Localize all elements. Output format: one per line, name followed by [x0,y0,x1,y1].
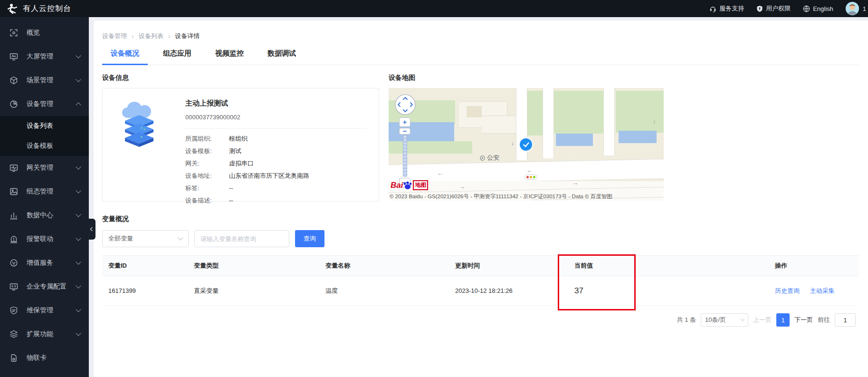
sidebar-item-scene-mgmt[interactable]: 场景管理 [0,68,89,92]
sidebar-item-alarm-linkage[interactable]: 报警联动 [0,227,89,251]
topbar: 有人云控制台 服务支持 用户权限 English 1 [0,0,868,17]
sidebar-item-device-list[interactable]: 设备列表 [0,116,89,136]
col-update-time: 更新时间 [449,261,568,270]
sidebar-item-device-mgmt[interactable]: 设备管理 [0,92,89,116]
breadcrumb-device-mgmt[interactable]: 设备管理 [102,32,127,40]
globe-icon [803,5,810,12]
tab-scada-app[interactable]: 组态应用 [154,49,200,65]
shield-icon [10,306,18,315]
service-support-menu[interactable]: 服务支持 [709,4,744,13]
map-park [527,91,543,135]
scene-cube-icon [10,76,18,85]
field-label: 网关: [185,159,229,168]
variable-search-input[interactable] [194,230,289,247]
cell-variable-id: 16171399 [102,287,188,294]
road-arrow-icon: ← [437,170,443,177]
sidebar-item-value-added[interactable]: 增值服务 [0,251,89,275]
sidebar-item-extension[interactable]: 扩展功能 [0,322,89,346]
zoom-slider-track[interactable] [403,135,407,177]
prev-page-button[interactable]: 上一页 [753,316,772,324]
active-collect-link[interactable]: 主动采集 [810,287,835,294]
tab-data-debug[interactable]: 数据调试 [259,49,305,65]
chevron-up-icon [76,102,81,107]
language-switch[interactable]: English [803,5,833,12]
road-arrow-icon: → [572,179,578,186]
goto-label: 前往 [818,316,830,324]
chevron-down-icon [76,53,81,58]
device-location-marker[interactable] [520,138,532,151]
map-road [603,88,615,155]
map-water [389,122,454,143]
road-arrow-icon: → [459,183,465,190]
username-text: 1 [863,5,866,12]
user-permission-menu[interactable]: 用户权限 [756,4,791,13]
layers-icon [10,330,18,338]
goto-page-input[interactable] [835,313,856,327]
shield-key-icon [756,5,763,12]
baidu-paw-icon [403,181,412,190]
overview-icon [10,29,18,37]
field-label: 设备描述: [185,196,229,205]
variables-table: 变量ID 变量类型 变量名称 更新时间 当前值 操作 16171399 直采变量… [102,255,858,306]
map-pan-control[interactable] [394,94,416,116]
map-copyright: © 2023 Baidu - GS(2021)6026号 - 甲测资字11111… [390,193,664,200]
device-info-title: 设备信息 [102,74,379,82]
page-1-button[interactable]: 1 [776,313,790,327]
device-mgmt-submenu: 设备列表 设备模板 [0,116,89,156]
col-variable-name: 变量名称 [319,261,449,270]
sidebar-item-overview[interactable]: 概览 [0,21,89,45]
user-avatar[interactable] [846,2,859,15]
sidebar-item-maintenance-mgmt[interactable]: 维保管理 [0,299,89,322]
field-value: 虚拟串口 [229,159,254,168]
zoom-slider-handle[interactable]: − [399,128,410,135]
field-label: 所属组织: [185,135,229,143]
breadcrumb-device-list[interactable]: 设备列表 [139,32,163,40]
sidebar-item-scada-mgmt[interactable]: 组态管理 [0,180,89,203]
chevron-down-icon [76,164,81,169]
col-actions: 操作 [769,261,787,270]
field-label: 设备地址: [185,172,229,180]
baidu-map[interactable]: ← ← → → ↑ ↓ 公安 [389,88,664,201]
device-stack-icon [114,99,166,191]
chevron-down-icon [76,235,81,241]
field-value: 山东省济南市历下区龙奥南路 [229,172,309,180]
tab-device-overview[interactable]: 设备概况 [102,49,148,65]
query-button[interactable]: 查询 [295,230,324,247]
sidebar-item-iot-card[interactable]: 物联卡 [0,346,89,370]
history-query-link[interactable]: 历史查询 [775,287,800,294]
chevron-down-icon [76,330,81,336]
road-arrow-icon: ↓ [511,139,515,146]
device-name: 主动上报测试 [185,99,367,108]
sidebar-item-gateway-mgmt[interactable]: 网关管理 [0,156,89,180]
chevron-down-icon [76,283,81,288]
sidebar-item-device-template[interactable]: 设备模板 [0,136,89,156]
map-park [389,141,472,154]
map-road [543,88,554,158]
col-variable-id: 变量ID [102,261,188,270]
tab-video-monitor[interactable]: 视频监控 [207,49,252,65]
chevron-down-icon [76,188,81,193]
field-label: 设备模板: [185,147,229,155]
check-icon [523,142,529,147]
device-info-card: 主动上报测试 0000037739000002 所属组织:根组织 设备模板:测试… [102,88,379,202]
table-row: 16171399 直采变量 温度 2023-10-12 18:21:26 37 … [102,276,858,306]
map-park [554,91,603,134]
brand: 有人云控制台 [7,3,71,14]
sidebar-item-screen-mgmt[interactable]: 大屏管理 [0,45,89,68]
page-size-select[interactable]: 10条/页 [701,313,748,327]
next-page-button[interactable]: 下一页 [794,316,813,324]
zoom-in-button[interactable]: + [399,117,410,127]
sidebar-item-enterprise-config[interactable]: 企业专属配置 [0,275,89,299]
usr-cloud-logo-icon [7,3,18,14]
variable-filter-select[interactable]: 全部变量 [102,230,189,247]
map-water [619,131,657,143]
chevron-down-icon [76,77,81,82]
breadcrumb: 设备管理 › 设备列表 › 设备详情 [102,30,858,40]
field-label: 标签: [185,184,229,193]
breadcrumb-separator: › [168,32,171,40]
sidebar-item-data-center[interactable]: 数据中心 [0,203,89,227]
bar-chart-icon [10,211,18,220]
alarm-siren-icon [10,235,18,243]
cell-variable-name: 温度 [319,287,449,295]
sidebar-collapse-toggle[interactable] [89,219,95,240]
